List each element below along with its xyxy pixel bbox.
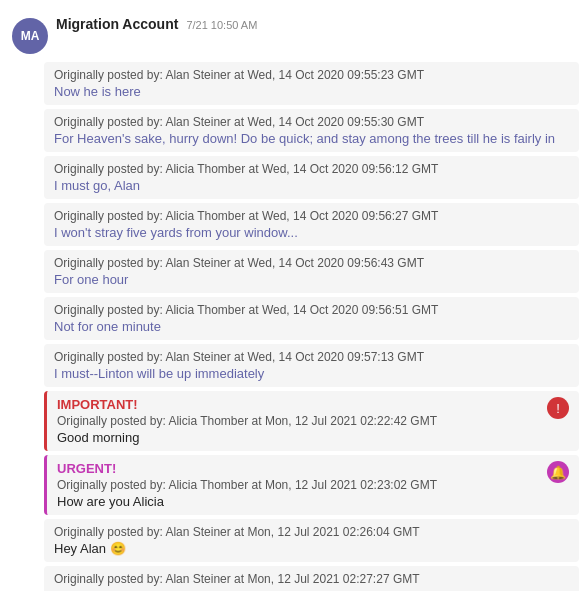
quoted-meta: Originally posted by: Alan Steiner at Mo… <box>54 525 569 539</box>
quoted-meta: Originally posted by: Alicia Thomber at … <box>57 478 437 492</box>
quoted-text: I must--Linton will be up immediately <box>54 366 569 381</box>
block-label: IMPORTANT! <box>57 397 437 412</box>
block-content: URGENT! Originally posted by: Alicia Tho… <box>57 461 437 509</box>
quoted-block: Originally posted by: Alan Steiner at We… <box>44 109 579 152</box>
quoted-block: Originally posted by: Alan Steiner at Mo… <box>44 566 579 591</box>
quoted-meta: Originally posted by: Alan Steiner at Mo… <box>54 572 569 586</box>
quoted-block: Originally posted by: Alicia Thomber at … <box>44 297 579 340</box>
block-label: URGENT! <box>57 461 437 476</box>
message-content: Migration Account 7/21 10:50 AM <box>56 16 567 34</box>
block-content: IMPORTANT! Originally posted by: Alicia … <box>57 397 437 445</box>
urgent-badge-icon: 🔔 <box>547 461 569 483</box>
timestamp: 7/21 10:50 AM <box>186 19 257 31</box>
quoted-meta: Originally posted by: Alicia Thomber at … <box>54 162 569 176</box>
quoted-meta: Originally posted by: Alan Steiner at We… <box>54 68 569 82</box>
quoted-block: Originally posted by: Alicia Thomber at … <box>44 156 579 199</box>
quoted-meta: Originally posted by: Alicia Thomber at … <box>54 209 569 223</box>
chat-container: MA Migration Account 7/21 10:50 AM Origi… <box>0 0 579 591</box>
sender-name: Migration Account <box>56 16 178 32</box>
messages-list: Originally posted by: Alan Steiner at We… <box>0 62 579 591</box>
quoted-text: I won't stray five yards from your windo… <box>54 225 569 240</box>
quoted-block: Originally posted by: Alicia Thomber at … <box>44 203 579 246</box>
quoted-block: URGENT! Originally posted by: Alicia Tho… <box>44 455 579 515</box>
block-header: IMPORTANT! Originally posted by: Alicia … <box>57 397 569 445</box>
quoted-text: Not for one minute <box>54 319 569 334</box>
quoted-text: Good morning <box>57 430 437 445</box>
quoted-text: Hey Alan 😊 <box>54 541 569 556</box>
quoted-meta: Originally posted by: Alicia Thomber at … <box>54 303 569 317</box>
quoted-block: Originally posted by: Alan Steiner at We… <box>44 250 579 293</box>
message-group: MA Migration Account 7/21 10:50 AM <box>0 8 579 58</box>
quoted-meta: Originally posted by: Alan Steiner at We… <box>54 115 569 129</box>
quoted-meta: Originally posted by: Alan Steiner at We… <box>54 256 569 270</box>
avatar: MA <box>12 18 48 54</box>
quoted-text: For one hour <box>54 272 569 287</box>
quoted-block: Originally posted by: Alan Steiner at We… <box>44 62 579 105</box>
message-header: Migration Account 7/21 10:50 AM <box>56 16 567 32</box>
quoted-meta: Originally posted by: Alan Steiner at We… <box>54 350 569 364</box>
quoted-text: Now he is here <box>54 84 569 99</box>
quoted-text: I must go, Alan <box>54 178 569 193</box>
block-header: URGENT! Originally posted by: Alicia Tho… <box>57 461 569 509</box>
quoted-text: How are you Alicia <box>57 494 437 509</box>
quoted-block: IMPORTANT! Originally posted by: Alicia … <box>44 391 579 451</box>
quoted-block: Originally posted by: Alan Steiner at Mo… <box>44 519 579 562</box>
quoted-text: For Heaven's sake, hurry down! Do be qui… <box>54 131 569 146</box>
important-badge-icon: ! <box>547 397 569 419</box>
quoted-block: Originally posted by: Alan Steiner at We… <box>44 344 579 387</box>
quoted-meta: Originally posted by: Alicia Thomber at … <box>57 414 437 428</box>
